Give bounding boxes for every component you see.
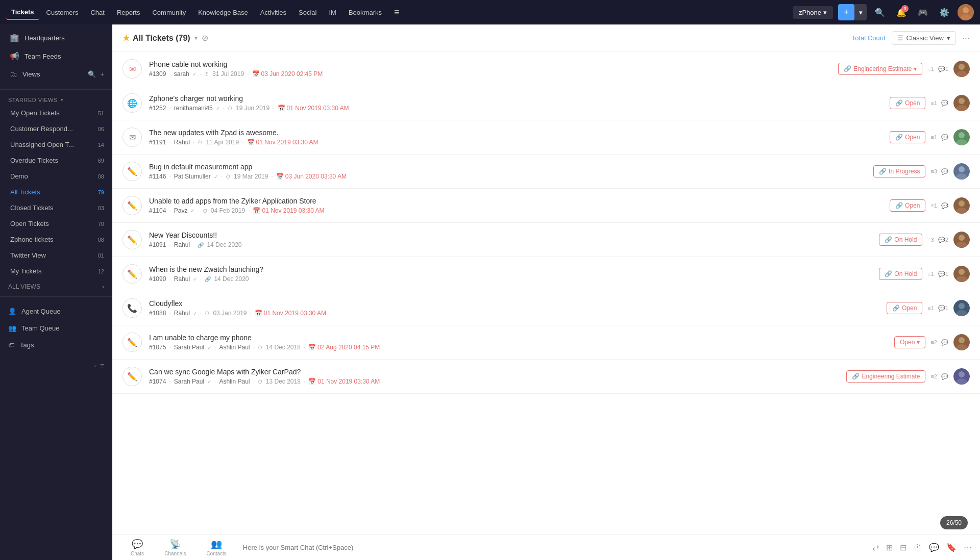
nav-reports[interactable]: Reports	[112, 6, 145, 19]
nav-community[interactable]: Community	[147, 6, 191, 19]
view-zphone-tickets[interactable]: Zphone tickets 08	[0, 232, 112, 247]
classic-view-button[interactable]: ☰ Classic View ▾	[892, 31, 956, 45]
layout-icon[interactable]: ⊞	[886, 543, 893, 552]
page-count-bubble[interactable]: 26/50	[940, 516, 968, 529]
nav-im[interactable]: IM	[324, 6, 341, 19]
add-view-icon[interactable]: +	[100, 70, 104, 78]
sidebar-item-tags[interactable]: 🏷 Tags	[0, 337, 112, 353]
gamepad-icon[interactable]: 🎮	[915, 4, 931, 20]
table-row[interactable]: ✉ Phone cable not working #1309 · sarah …	[112, 52, 980, 86]
created-date: 04 Feb 2019	[211, 207, 245, 214]
filter-icon[interactable]: ⊘	[202, 33, 208, 43]
table-row[interactable]: ✏️ Can we sync Google Maps with Zylker C…	[112, 360, 980, 394]
nav-social[interactable]: Social	[293, 6, 322, 19]
more-options-icon[interactable]: ···	[962, 33, 970, 43]
add-button[interactable]: +	[838, 4, 854, 20]
status-badge[interactable]: 🔗 On Hold	[879, 234, 922, 246]
ticket-id: #1088	[149, 310, 166, 317]
table-row[interactable]: 📞 Cloudyflex #1088 · Rahul ✓ · ⏱ 03 Jan …	[112, 291, 980, 325]
status-badge[interactable]: 🔗 Open	[887, 302, 922, 314]
status-dropdown-arrow[interactable]: ▾	[914, 65, 917, 72]
reply-count: ≡3	[930, 168, 937, 174]
status-badge[interactable]: 🔗 Open	[890, 131, 925, 143]
more-bottom-icon[interactable]: ⋯	[964, 543, 972, 552]
settings-icon[interactable]: ⚙️	[936, 4, 952, 20]
table-row[interactable]: ✏️ I am unable to charge my phone #1075 …	[112, 325, 980, 360]
nav-activities[interactable]: Activities	[255, 6, 291, 19]
agent-icon: ✓	[193, 276, 197, 282]
status-dropdown-arrow[interactable]: ▾	[917, 339, 920, 346]
ticket-title: I am unable to charge my phone	[149, 334, 887, 342]
status-badge[interactable]: 🔗 Open	[890, 199, 925, 212]
total-count-link[interactable]: Total Count	[852, 34, 886, 42]
search-views-icon[interactable]: 🔍	[88, 70, 96, 78]
table-row[interactable]: ✏️ Bug in default measurement app #1146 …	[112, 155, 980, 189]
table-row[interactable]: ✏️ New Year Discounts!! #1091 · Rahul · …	[112, 223, 980, 257]
add-dropdown-button[interactable]: ▾	[854, 4, 867, 20]
nav-channels[interactable]: 📡 Channels	[154, 539, 196, 556]
nav-knowledge-base[interactable]: Knowledge Base	[193, 6, 253, 19]
nav-contacts[interactable]: 👥 Contacts	[196, 539, 236, 556]
nav-bookmarks[interactable]: Bookmarks	[344, 6, 387, 19]
status-badge[interactable]: 🔗 Engineering Estimate ▾	[838, 63, 922, 75]
nav-chat[interactable]: Chat	[85, 6, 109, 19]
smart-chat-input[interactable]	[237, 544, 872, 551]
sidebar-collapse-button[interactable]: ←≡	[0, 358, 112, 374]
bookmark-bottom-icon[interactable]: 🔖	[946, 543, 957, 552]
status-badge[interactable]: 🔗 Engineering Estimate	[846, 370, 925, 383]
ticket-info: Phone cable not working #1309 · sarah ✓ …	[149, 60, 831, 78]
view-customer-respond[interactable]: Customer Respond... 06	[0, 121, 112, 137]
nav-more[interactable]: ≡	[389, 4, 405, 21]
favorite-star[interactable]: ★	[122, 33, 130, 43]
status-badge[interactable]: 🔗 Open	[890, 97, 925, 109]
ticket-actions: ≡2 💬	[930, 373, 948, 380]
translate-icon[interactable]: ⇄	[872, 543, 879, 552]
view-twitter-view[interactable]: Twitter View 01	[0, 247, 112, 263]
nav-tickets[interactable]: Tickets	[6, 5, 39, 20]
calendar-icon: 📅	[308, 378, 316, 385]
team-feeds-icon: 📢	[10, 52, 19, 61]
link-icon: 🔗	[844, 65, 851, 72]
zphone-button[interactable]: zPhone ▾	[793, 6, 833, 19]
status-badge[interactable]: Open ▾	[894, 336, 925, 348]
user-avatar[interactable]	[958, 4, 974, 20]
view-demo[interactable]: Demo 08	[0, 168, 112, 184]
grid-icon[interactable]: ⊟	[900, 543, 906, 552]
due-date: 📅 01 Nov 2019 03:30 AM	[308, 378, 380, 385]
view-open-tickets[interactable]: Open Tickets 70	[0, 216, 112, 232]
view-my-tickets[interactable]: My Tickets 12	[0, 263, 112, 279]
search-icon[interactable]: 🔍	[872, 4, 888, 20]
view-overdue-tickets[interactable]: Overdue Tickets 69	[0, 152, 112, 168]
sidebar-item-headquarters[interactable]: 🏢 Headquarters	[0, 29, 112, 47]
comment-bottom-icon[interactable]: 💬	[929, 543, 939, 552]
starred-views-label[interactable]: STARRED VIEWS ▾	[0, 92, 112, 105]
table-row[interactable]: 🌐 Zphone's charger not working #1252 · r…	[112, 86, 980, 120]
clock-bottom-icon[interactable]: ⏱	[914, 543, 922, 552]
ticket-meta: #1074 · Sarah Paul ✓ · Ashlin Paul · ⏱ 1…	[149, 378, 839, 385]
created-date: 31 Jul 2019	[212, 70, 244, 78]
view-unassigned-open[interactable]: Unassigned Open T... 14	[0, 137, 112, 152]
table-row[interactable]: ✉ The new updates with Zpad is awesome. …	[112, 120, 980, 155]
view-all-tickets[interactable]: All Tickets 79	[0, 184, 112, 200]
reply-count: ≡1	[930, 202, 937, 209]
status-badge[interactable]: 🔗 In Progress	[873, 165, 925, 177]
table-row[interactable]: ✏️ Unable to add apps from the Zylker Ap…	[112, 189, 980, 223]
sidebar-item-views[interactable]: 🗂 Views 🔍 +	[0, 65, 112, 83]
all-views-link[interactable]: ALL VIEWS ›	[0, 279, 112, 294]
ticket-id: #1104	[149, 207, 166, 214]
ticket-meta: #1309 · sarah ✓ · ⏱ 31 Jul 2019 · 📅 03 J…	[149, 70, 831, 78]
title-dropdown-arrow[interactable]: ▾	[194, 35, 198, 41]
link-icon: 🔗	[198, 242, 204, 248]
notifications-icon[interactable]: 🔔 3	[893, 4, 910, 20]
nav-customers[interactable]: Customers	[41, 6, 84, 19]
tags-icon: 🏷	[8, 341, 15, 349]
edit-icon: ✏️	[127, 372, 137, 381]
view-closed-tickets[interactable]: Closed Tickets 03	[0, 200, 112, 216]
status-badge[interactable]: 🔗 On Hold	[879, 268, 922, 280]
sidebar-item-agent-queue[interactable]: 👤 Agent Queue	[0, 303, 112, 320]
table-row[interactable]: ✏️ When is the new Zwatch launching? #10…	[112, 257, 980, 291]
sidebar-item-team-feeds[interactable]: 📢 Team Feeds	[0, 47, 112, 65]
view-my-open-tickets[interactable]: My Open Tickets 51	[0, 105, 112, 121]
nav-chats[interactable]: 💬 Chats	[120, 539, 154, 556]
sidebar-item-team-queue[interactable]: 👥 Team Queue	[0, 320, 112, 337]
